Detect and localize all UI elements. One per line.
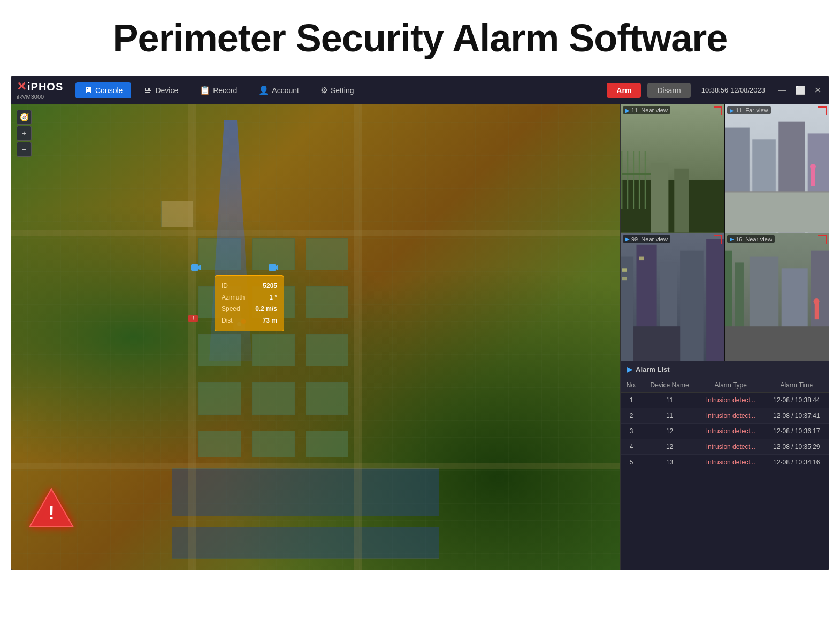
console-label: Console: [95, 86, 123, 95]
alarm-warning-icon: !: [27, 486, 75, 538]
alarm-device: 12: [642, 439, 697, 455]
camera-cell-11-near[interactable]: ▶ 11_Near-view: [621, 104, 724, 233]
cam3-label-text: 99_Near-view: [631, 236, 668, 242]
svg-rect-13: [674, 169, 689, 233]
camera-grid: ▶ 11_Near-view: [621, 104, 829, 361]
nav-account-button[interactable]: 👤 Account: [250, 82, 308, 98]
building-block: [252, 382, 295, 415]
cam1-label: ▶ 11_Near-view: [623, 106, 670, 114]
alarm-device: 11: [642, 408, 697, 424]
popup-speed-label: Speed: [222, 303, 240, 315]
disarm-button[interactable]: Disarm: [647, 83, 690, 98]
alarm-type: Intrusion detect...: [697, 408, 765, 424]
minimize-button[interactable]: —: [776, 85, 789, 96]
camera-cell-16-near[interactable]: ▶ 16_Near-view: [725, 233, 829, 362]
alarm-list-icon: ▶: [627, 365, 632, 373]
app-model: iRVM3000: [17, 94, 44, 100]
building-block: [252, 431, 295, 457]
alarm-table-row[interactable]: 2 11 Intrusion detect... 12-08 / 10:37:4…: [621, 408, 829, 424]
zoom-plus-button[interactable]: +: [17, 126, 32, 141]
alarm-table-header-row: No. Device Name Alarm Type Alarm Time: [621, 378, 829, 393]
alarm-type: Intrusion detect...: [697, 455, 765, 470]
svg-marker-1: [198, 265, 201, 270]
svg-rect-33: [680, 250, 704, 361]
arm-button[interactable]: Arm: [607, 83, 641, 98]
map-background: ! ID 5205 Azimuth 1 ° Speed: [11, 104, 620, 570]
svg-rect-45: [725, 326, 829, 361]
svg-point-27: [810, 164, 816, 170]
svg-rect-46: [815, 303, 819, 319]
camera-marker-1[interactable]: [190, 262, 201, 275]
window-controls: — ⬜ ✕: [776, 84, 823, 96]
svg-point-47: [814, 298, 820, 304]
col-device: Device Name: [642, 378, 697, 393]
svg-rect-2: [269, 264, 276, 271]
cam3-icon: ▶: [625, 236, 630, 242]
popup-id-value: 5205: [263, 280, 277, 292]
road-v2: [354, 104, 362, 570]
cam2-scene: [725, 104, 829, 233]
alarm-table-row[interactable]: 4 12 Intrusion detect... 12-08 / 10:35:2…: [621, 439, 829, 455]
alarm-no: 4: [621, 439, 642, 455]
alarm-list-header: ▶ Alarm List: [621, 361, 829, 378]
building-block: [306, 334, 348, 366]
logo-icon: ✕: [17, 81, 26, 93]
cam1-corner: [714, 106, 722, 115]
alarm-device: 11: [642, 393, 697, 408]
page-title: Perimeter Security Alarm Software: [11, 16, 829, 60]
app-name: iPHOS: [27, 81, 63, 92]
alarm-table-row[interactable]: 1 11 Intrusion detect... 12-08 / 10:38:4…: [621, 393, 829, 408]
zoom-minus-button[interactable]: −: [17, 142, 32, 157]
cam4-scene: [725, 233, 829, 362]
building-block: [306, 238, 348, 270]
svg-marker-3: [276, 265, 278, 270]
main-content: ! ID 5205 Azimuth 1 ° Speed: [11, 104, 829, 570]
svg-rect-12: [651, 163, 669, 233]
maximize-button[interactable]: ⬜: [793, 84, 808, 96]
nav-device-button[interactable]: 🖳 Device: [135, 82, 187, 98]
popup-azimuth-value: 1 °: [269, 292, 277, 304]
svg-rect-30: [621, 256, 633, 361]
building-block: [198, 382, 241, 415]
road-h1: [11, 230, 620, 236]
compass-button[interactable]: 🧭: [17, 110, 32, 125]
cam2-corner: [818, 106, 827, 115]
nav-record-button[interactable]: 📋 Record: [191, 82, 246, 98]
account-label: Account: [272, 86, 299, 95]
cam1-icon: ▶: [625, 108, 630, 113]
alarm-device: 13: [642, 455, 697, 470]
svg-rect-35: [633, 326, 680, 361]
alarm-table-row[interactable]: 3 12 Intrusion detect... 12-08 / 10:36:1…: [621, 424, 829, 439]
alarm-type: Intrusion detect...: [697, 439, 765, 455]
building-block: [306, 431, 348, 457]
cam1-label-text: 11_Near-view: [631, 107, 668, 113]
nav-setting-button[interactable]: ⚙ Setting: [312, 82, 363, 98]
camera-cell-11-far[interactable]: ▶ 11_Far-view: [725, 104, 829, 233]
cam3-corner: [714, 235, 722, 244]
datetime-display: 10:38:56 12/08/2023: [701, 86, 765, 94]
device-label: Device: [155, 86, 178, 95]
popup-dist-label: Dist: [222, 315, 233, 327]
navbar: ✕ iPHOS iRVM3000 🖥 Console 🖳 Device 📋 Re…: [11, 76, 829, 104]
alert-marker[interactable]: !: [188, 313, 198, 326]
cam2-label: ▶ 11_Far-view: [727, 106, 771, 114]
map-area[interactable]: ! ID 5205 Azimuth 1 ° Speed: [11, 104, 620, 570]
building-block: [198, 431, 241, 457]
col-time: Alarm Time: [765, 378, 829, 393]
alarm-table-row[interactable]: 5 13 Intrusion detect... 12-08 / 10:34:1…: [621, 455, 829, 470]
setting-icon: ⚙: [320, 85, 328, 95]
alarm-time: 12-08 / 10:38:44: [765, 393, 829, 408]
nav-console-button[interactable]: 🖥 Console: [75, 82, 131, 98]
alarm-type: Intrusion detect...: [697, 393, 765, 408]
svg-text:!: !: [192, 316, 194, 322]
camera-marker-2[interactable]: [268, 262, 279, 275]
svg-text:!: !: [48, 502, 55, 524]
close-button[interactable]: ✕: [812, 84, 823, 96]
popup-azimuth-label: Azimuth: [222, 292, 245, 304]
building-block: [172, 527, 439, 559]
alarm-time: 12-08 / 10:37:41: [765, 408, 829, 424]
page-title-area: Perimeter Security Alarm Software: [0, 0, 840, 71]
alarm-type: Intrusion detect...: [697, 424, 765, 439]
camera-cell-99-near[interactable]: ▶ 99_Near-view: [621, 233, 724, 362]
building-block: [306, 382, 348, 415]
